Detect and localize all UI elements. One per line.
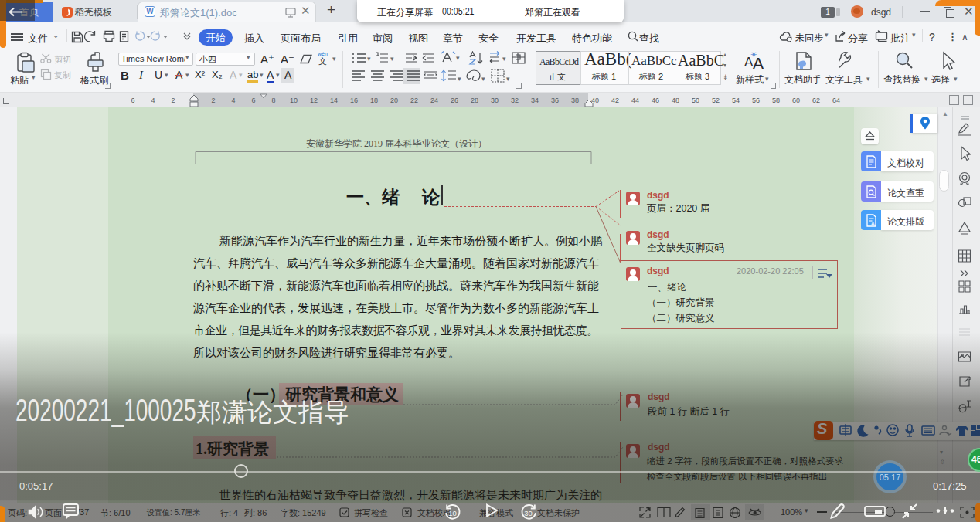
- svg-text:▾: ▾: [458, 75, 461, 83]
- svg-text:10: 10: [448, 509, 457, 517]
- svg-text:▾: ▾: [481, 75, 485, 83]
- svg-text:▾: ▾: [506, 75, 510, 83]
- svg-text:30: 30: [524, 509, 533, 517]
- svg-text:▾: ▾: [390, 55, 394, 63]
- svg-text:▾: ▾: [367, 55, 371, 63]
- svg-text:▾: ▾: [502, 55, 506, 63]
- svg-text:▾: ▾: [456, 54, 460, 62]
- svg-text:A: A: [871, 221, 875, 226]
- svg-text:✳: ✳: [750, 51, 757, 59]
